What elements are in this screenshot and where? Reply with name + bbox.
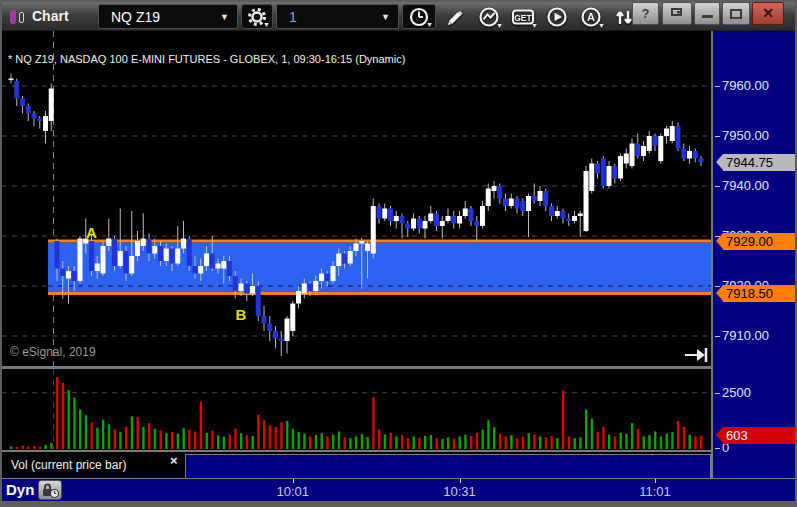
volume-bar: [648, 435, 650, 449]
candle-body: [129, 256, 134, 274]
svg-text:GET: GET: [514, 12, 532, 22]
zone-top-price-tag[interactable]: 7929.00: [723, 233, 795, 250]
candle-body: [187, 239, 192, 267]
candle: [641, 141, 646, 161]
candle: [405, 221, 410, 237]
candle-body: [578, 214, 583, 217]
candle-body: [469, 209, 474, 222]
candle-body: [641, 146, 646, 156]
minimize-button[interactable]: [694, 2, 720, 25]
candle-body: [72, 271, 77, 281]
volume-bar: [315, 435, 317, 449]
candle-body: [331, 266, 336, 281]
candle-body: [371, 206, 376, 254]
candle: [503, 194, 508, 212]
alerts-button[interactable]: A ▼: [574, 4, 607, 29]
candle: [400, 214, 405, 239]
symbol-combo[interactable]: NQ Z19 ▼: [98, 4, 238, 29]
draw-tools-button[interactable]: [439, 4, 471, 29]
close-button[interactable]: ✕: [752, 2, 784, 25]
maximize-icon: [730, 9, 742, 19]
volume-pane[interactable]: [2, 369, 711, 452]
candle-body: [181, 239, 186, 249]
volume-bar: [464, 435, 466, 449]
volume-bar: [654, 431, 656, 449]
candle-body: [313, 281, 318, 291]
candle: [451, 211, 456, 229]
studies-button[interactable]: ▼: [472, 4, 505, 29]
candle-body: [308, 284, 313, 292]
volume-bar: [39, 447, 41, 449]
candle-body: [239, 284, 244, 292]
candle: [285, 316, 290, 354]
volume-bar: [160, 431, 162, 449]
titlebar[interactable]: Chart NQ Z19 ▼ ▼ 1 ▼ ▼: [2, 2, 795, 31]
chevron-down-icon: ▼: [263, 21, 270, 28]
symbol-value: NQ Z19: [111, 9, 160, 25]
time-tick-label: 10:31: [443, 484, 476, 499]
volume-bar: [643, 436, 645, 449]
price-tick-label: 7940.00: [722, 178, 769, 193]
candlestick-chart[interactable]: AB: [2, 31, 711, 366]
volume-bar: [280, 422, 282, 449]
go-to-end-icon[interactable]: [685, 348, 706, 362]
time-tick-label: 10:01: [276, 484, 309, 499]
candle-body: [400, 216, 405, 224]
time-template-button[interactable]: ▼: [402, 4, 436, 29]
volume-bar: [689, 435, 691, 449]
volume-bar: [344, 437, 346, 449]
price-tick: [715, 136, 720, 137]
volume-chart[interactable]: [2, 369, 711, 450]
volume-bar: [286, 421, 288, 449]
volume-bar: [108, 424, 110, 449]
dynamic-mode-label[interactable]: Dyn: [6, 481, 34, 498]
candle-body: [394, 216, 399, 221]
interval-combo[interactable]: 1 ▼: [276, 4, 399, 29]
volume-bar: [677, 421, 679, 449]
get-data-button[interactable]: GET ▼: [506, 4, 540, 29]
price-axis[interactable]: 7960.007950.007940.007930.007920.007910.…: [711, 31, 795, 478]
candle-body: [319, 274, 324, 282]
time-axis[interactable]: Dyn 10:0110:3111:01: [2, 478, 795, 501]
candle-body: [227, 261, 232, 276]
play-icon: [546, 6, 568, 28]
zone-bottom-price-tag[interactable]: 7918.50: [723, 285, 795, 302]
volume-bar: [349, 438, 351, 449]
volume-bar: [522, 437, 524, 449]
volume-bar: [487, 420, 489, 449]
volume-study-tab[interactable]: Vol (current price bar): [11, 458, 126, 472]
chevron-down-icon: ▼: [426, 21, 433, 28]
candle-body: [14, 81, 19, 99]
window-title: Chart: [32, 8, 69, 24]
volume-bar: [401, 435, 403, 449]
price-chart-pane[interactable]: AB * NQ Z19, NASDAQ 100 E-MINI FUTURES -…: [2, 31, 711, 366]
volume-bar: [142, 427, 144, 449]
candle: [664, 126, 669, 144]
volume-bar: [700, 435, 702, 449]
play-replay-button[interactable]: [541, 4, 573, 29]
price-tick: [715, 186, 720, 187]
restore-button[interactable]: ▼: [662, 2, 692, 25]
candle-body: [492, 186, 497, 191]
maximize-button[interactable]: [722, 2, 750, 25]
time-lock-button[interactable]: [38, 480, 62, 500]
volume-bar: [418, 438, 420, 449]
candle: [515, 196, 520, 214]
close-icon[interactable]: ×: [170, 453, 178, 468]
volume-bar: [252, 436, 254, 449]
candle: [549, 204, 554, 222]
chevron-down-icon: ▼: [675, 3, 682, 23]
help-button[interactable]: ?: [632, 2, 659, 25]
settings-button[interactable]: ▼: [241, 4, 273, 29]
candle: [411, 214, 416, 232]
volume-bar: [102, 420, 104, 449]
candle-body: [354, 244, 359, 252]
candle: [262, 306, 267, 331]
candle: [601, 156, 606, 189]
volume-bar: [131, 416, 133, 449]
candle-body: [584, 171, 589, 231]
candle-body: [377, 206, 382, 219]
candle-body: [653, 136, 658, 146]
candle: [37, 116, 42, 129]
candle: [428, 206, 433, 224]
